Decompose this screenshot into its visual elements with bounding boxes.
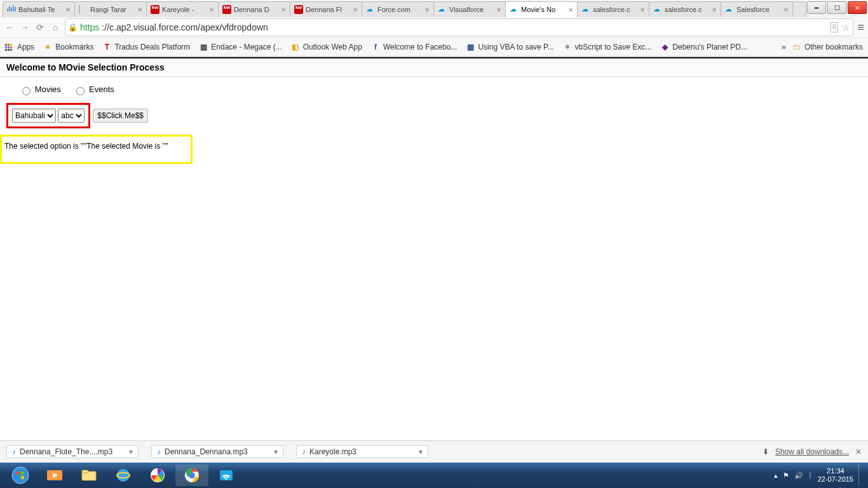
bookmark-star-icon[interactable]: ☆: [842, 22, 850, 32]
audio-file-icon: ♪: [157, 447, 161, 456]
bookmark-item[interactable]: TTradus Deals Platform: [102, 43, 190, 51]
star-icon: ★: [43, 43, 52, 51]
taskbar-ie[interactable]: [107, 464, 140, 486]
tab-close-icon[interactable]: ✕: [65, 6, 71, 13]
radio-movies[interactable]: [22, 87, 31, 95]
browser-tab-strip: Bahubali Te✕Rangi Tarar✕kwKareyole - ✕kw…: [0, 0, 868, 17]
window-maximize-button[interactable]: ☐: [827, 1, 846, 14]
other-bookmarks-button[interactable]: 🗀 Other bookmarks: [792, 43, 863, 51]
browser-tab[interactable]: kwKareyole - ✕: [146, 1, 219, 17]
browser-tab[interactable]: ☁Movie's No✕: [505, 1, 578, 17]
address-bar[interactable]: 🔒 https://c.ap2.visual.force.com/apex/vf…: [65, 18, 853, 36]
download-filename: Dennana_Dennana.mp3: [165, 447, 248, 456]
window-minimize-button[interactable]: ━: [807, 1, 826, 14]
download-item[interactable]: ♪Kareyole.mp3▾: [296, 445, 428, 458]
apps-shortcut[interactable]: Apps: [5, 43, 34, 51]
svg-rect-4: [21, 476, 24, 479]
bookmark-item[interactable]: ◆Debenu's Planet PD...: [660, 43, 747, 51]
chevron-down-icon[interactable]: ▾: [274, 447, 278, 456]
tab-close-icon[interactable]: ✕: [712, 6, 717, 13]
chrome-menu-button[interactable]: ≡: [857, 21, 864, 34]
taskbar-chrome[interactable]: [175, 464, 208, 486]
home-button[interactable]: ⌂: [50, 22, 61, 32]
salesforce-cloud-icon: ☁: [653, 5, 662, 14]
back-button[interactable]: ←: [4, 22, 15, 32]
close-download-shelf-button[interactable]: ✕: [855, 447, 862, 456]
audio-file-icon: ♪: [302, 447, 306, 456]
bookmark-item[interactable]: ▦Endace - Megace (...: [199, 43, 281, 51]
browser-tab[interactable]: ☁salesforce.c✕: [577, 1, 649, 17]
radio-movies-wrap[interactable]: Movies: [19, 85, 61, 94]
tab-label: Force.com: [377, 6, 421, 13]
tab-close-icon[interactable]: ✕: [137, 6, 142, 13]
tab-close-icon[interactable]: ✕: [568, 6, 573, 13]
bookmark-item[interactable]: ✶vbScript to Save Exc...: [563, 43, 652, 51]
taskbar-media-player[interactable]: [38, 464, 71, 486]
browser-tab[interactable]: ☁Force.com ✕: [362, 1, 434, 17]
taskbar-file-explorer[interactable]: [72, 464, 105, 486]
bookmark-favicon: ▦: [199, 43, 208, 51]
browser-tab[interactable]: Bahubali Te✕: [3, 1, 75, 17]
show-all-downloads-link[interactable]: Show all downloads...: [775, 447, 849, 456]
url-rest: ://c.ap2.visual.force.com/apex/vfdropdow…: [102, 22, 268, 32]
tab-close-icon[interactable]: ✕: [353, 6, 358, 13]
tab-label: salesforce.c: [593, 6, 636, 13]
browser-tab[interactable]: ☁Visualforce✕: [433, 1, 506, 17]
chevron-down-icon[interactable]: ▾: [419, 447, 423, 456]
secondary-dropdown[interactable]: abc: [58, 109, 85, 123]
bookmark-favicon: f: [371, 43, 380, 51]
bookmark-favicon: ▦: [466, 43, 475, 51]
movie-dropdown[interactable]: Bahubali: [12, 109, 56, 123]
salesforce-cloud-icon: ☁: [725, 5, 734, 14]
browser-tab[interactable]: ☁Salesforce ✕: [721, 1, 793, 17]
tab-close-icon[interactable]: ✕: [496, 6, 501, 13]
click-me-button[interactable]: $$Click Me$$: [93, 109, 148, 123]
download-filename: Dennana_Flute_The....mp3: [20, 447, 112, 456]
bookmark-label: Using VBA to save P...: [478, 43, 553, 51]
radio-events[interactable]: [76, 87, 85, 95]
show-desktop-button[interactable]: [858, 464, 864, 486]
systray-show-hidden-icon[interactable]: ▴: [774, 471, 778, 480]
start-button[interactable]: [4, 464, 37, 486]
window-close-button[interactable]: ✕: [848, 1, 867, 14]
systray-clock[interactable]: 21:34 22-07-2015: [818, 467, 853, 484]
systray-volume-icon[interactable]: 🔊: [794, 471, 803, 480]
bookmark-item-star[interactable]: ★ Bookmarks: [43, 43, 93, 51]
bookmark-item[interactable]: fWelcome to Facebo...: [371, 43, 458, 51]
reload-button[interactable]: ⟳: [34, 22, 46, 32]
browser-tab[interactable]: ☁salesforce.c✕: [649, 1, 721, 17]
bookmark-label: Endace - Megace (...: [211, 43, 281, 51]
browser-tab[interactable]: kwDennana D✕: [218, 1, 290, 17]
tab-close-icon[interactable]: ✕: [640, 6, 645, 13]
windows-taskbar: ▴ ⚑ 🔊 ᛒ 21:34 22-07-2015: [0, 463, 868, 488]
tab-close-icon[interactable]: ✕: [209, 6, 214, 13]
svg-rect-3: [17, 476, 20, 479]
salesforce-cloud-icon: ☁: [438, 5, 447, 14]
bookmark-label: Tradus Deals Platform: [114, 43, 190, 51]
bookmark-overflow-button[interactable]: »: [782, 43, 786, 51]
radio-events-wrap[interactable]: Events: [73, 85, 114, 94]
tab-close-icon[interactable]: ✕: [783, 6, 789, 13]
download-item[interactable]: ♪Dennana_Dennana.mp3▾: [151, 445, 283, 458]
chevron-down-icon[interactable]: ▾: [129, 447, 133, 456]
result-text: The selected option is ''''The selected …: [4, 142, 168, 151]
browser-tab[interactable]: kwDennana Fl✕: [290, 1, 362, 17]
new-tab-button[interactable]: [792, 1, 806, 17]
tab-close-icon[interactable]: ✕: [281, 6, 286, 13]
taskbar-wifi[interactable]: [210, 464, 243, 486]
lock-icon: 🔒: [68, 23, 78, 32]
bookmark-item[interactable]: ◧Outlook Web App: [291, 43, 362, 51]
systray-bluetooth-icon[interactable]: ᛒ: [808, 471, 813, 479]
svg-rect-2: [21, 471, 24, 475]
page-favicon: [79, 5, 88, 14]
bookmark-item[interactable]: ▦Using VBA to save P...: [466, 43, 553, 51]
browser-tab[interactable]: Rangi Tarar✕: [74, 1, 147, 17]
tab-close-icon[interactable]: ✕: [424, 6, 430, 13]
bookmark-favicon: ◆: [660, 43, 669, 51]
taskbar-picasa[interactable]: [141, 464, 174, 486]
download-item[interactable]: ♪Dennana_Flute_The....mp3▾: [6, 445, 139, 458]
salesforce-cloud-icon: ☁: [366, 5, 375, 14]
systray-action-center-icon[interactable]: ⚑: [783, 471, 789, 480]
pdf-reader-icon[interactable]: ⎙: [831, 22, 838, 32]
forward-button[interactable]: →: [19, 22, 31, 32]
